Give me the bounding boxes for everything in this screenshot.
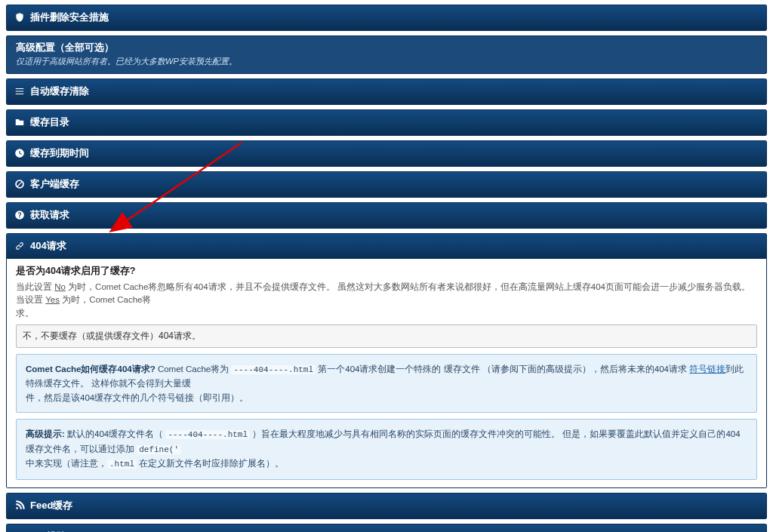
- question-heading: 是否为404请求启用了缓存?: [16, 265, 757, 278]
- info-how-cached: Comet Cache如何缓存404请求? Comet Cache将为 ----…: [16, 354, 757, 413]
- section-404-body: 是否为404请求启用了缓存? 当此设置 No 为时，Comet Cache将忽略…: [7, 259, 766, 487]
- rss-icon: [14, 500, 25, 511]
- question-description: 当此设置 No 为时，Comet Cache将忽略所有404请求，并且不会提供缓…: [16, 281, 757, 320]
- info-advanced-tip: 高级提示: 默认的404缓存文件名（ ----404----.html ）旨在最…: [16, 419, 757, 480]
- section-title: 客户端缓存: [30, 177, 79, 191]
- section-cache-directory[interactable]: 缓存目录: [6, 109, 767, 136]
- section-title: 获取请求: [30, 208, 69, 222]
- symlink-link[interactable]: 符号链接: [689, 364, 725, 374]
- list-icon: [14, 86, 25, 97]
- section-title: 插件删除安全措施: [30, 11, 109, 24]
- section-cache-expiration[interactable]: 缓存到期时间: [6, 140, 767, 167]
- section-404-header[interactable]: 404请求: [7, 234, 766, 259]
- question-icon: [14, 210, 25, 220]
- section-feed-cache[interactable]: Feed缓存: [6, 493, 767, 519]
- section-uri-exclude[interactable]: URI排除: [6, 524, 767, 532]
- clock-icon: [14, 148, 25, 158]
- section-404-requests: 404请求 是否为404请求启用了缓存? 当此设置 No 为时，Comet Ca…: [6, 233, 767, 488]
- section-title: Feed缓存: [30, 499, 72, 512]
- section-auto-cache-clear[interactable]: 自动缓存清除: [6, 78, 767, 105]
- shield-icon: [14, 12, 25, 23]
- section-fetch-requests[interactable]: 获取请求: [6, 202, 767, 229]
- broken-link-icon: [14, 241, 25, 251]
- advanced-config-banner: 高级配置（全部可选） 仅适用于高级网站所有者。已经为大多数WP安装预先配置。: [6, 35, 767, 74]
- section-client-cache[interactable]: 客户端缓存: [6, 171, 767, 198]
- ban-icon: [14, 179, 25, 189]
- folder-icon: [14, 117, 25, 128]
- select-current-value: 不，不要缓存（或提供缓存文件）404请求。: [23, 331, 201, 341]
- cache-404-select[interactable]: 不，不要缓存（或提供缓存文件）404请求。: [16, 324, 757, 348]
- advanced-config-subtitle: 仅适用于高级网站所有者。已经为大多数WP安装预先配置。: [16, 56, 757, 67]
- section-plugin-delete-safety[interactable]: 插件删除安全措施: [6, 5, 767, 31]
- section-title: 404请求: [30, 239, 66, 253]
- section-title: 自动缓存清除: [30, 85, 89, 98]
- advanced-config-title: 高级配置（全部可选）: [16, 41, 757, 54]
- section-title: 缓存到期时间: [30, 146, 89, 160]
- section-title: 缓存目录: [30, 115, 69, 129]
